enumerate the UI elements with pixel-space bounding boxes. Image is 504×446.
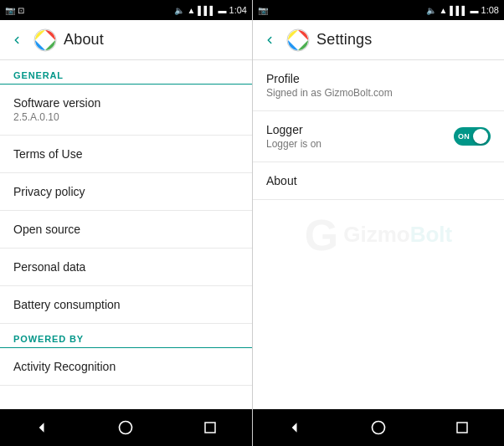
about-content: About bbox=[266, 174, 297, 187]
right-time: 1:08 bbox=[481, 5, 499, 15]
svg-rect-3 bbox=[205, 423, 215, 433]
activity-title: Activity Recognition bbox=[13, 360, 239, 373]
right-nav-bar bbox=[253, 409, 504, 446]
list-item-personaldata[interactable]: Personal data bbox=[0, 249, 252, 286]
status-right-icons: 🔈 ▲ ▌▌▌ ▬ 1:04 bbox=[174, 5, 247, 15]
list-item-software[interactable]: Software version 2.5.A.0.10 bbox=[0, 85, 252, 136]
privacy-title: Privacy policy bbox=[13, 185, 239, 198]
right-home-nav[interactable] bbox=[363, 413, 393, 443]
section-general: GENERAL bbox=[0, 60, 252, 85]
watermark: G GizmoBolt bbox=[305, 210, 452, 260]
watermark-g: G bbox=[305, 210, 338, 260]
opensource-title: Open source bbox=[13, 223, 239, 236]
left-toolbar: About bbox=[0, 20, 252, 60]
left-time: 1:04 bbox=[229, 5, 247, 15]
software-version-title: Software version bbox=[13, 96, 239, 110]
list-item-privacy[interactable]: Privacy policy bbox=[0, 173, 252, 211]
list-item-activityrecognition[interactable]: Activity Recognition bbox=[0, 348, 252, 386]
right-back-nav[interactable] bbox=[280, 413, 310, 443]
svg-point-4 bbox=[287, 29, 309, 51]
toggle-on-label: ON bbox=[458, 132, 470, 141]
personaldata-title: Personal data bbox=[13, 260, 239, 274]
logger-subtitle: Logger is on bbox=[266, 138, 321, 150]
list-item-terms[interactable]: Terms of Use bbox=[0, 136, 252, 173]
about-title: About bbox=[266, 174, 297, 187]
logger-toggle[interactable]: ON bbox=[454, 127, 491, 146]
right-volume-icon: 🔈 bbox=[426, 6, 436, 15]
list-item-battery[interactable]: Battery consumption bbox=[0, 286, 252, 324]
app-icon bbox=[33, 28, 57, 52]
svg-marker-1 bbox=[39, 423, 44, 433]
right-signal-icon: ▌▌▌ bbox=[450, 6, 467, 15]
right-content: G GizmoBolt Profile Signed in as GizmoBo… bbox=[253, 60, 504, 409]
logger-title: Logger bbox=[266, 123, 321, 136]
right-status-bar: 📷 🔈 ▲ ▌▌▌ ▬ 1:08 bbox=[253, 0, 504, 20]
right-app-icon bbox=[286, 28, 310, 52]
left-recents-nav[interactable] bbox=[195, 413, 225, 443]
battery-title: Battery consumption bbox=[13, 298, 239, 311]
logger-content: Logger Logger is on bbox=[266, 123, 321, 150]
right-toolbar-title: Settings bbox=[316, 31, 372, 49]
right-panel: 📷 🔈 ▲ ▌▌▌ ▬ 1:08 Settings G bbox=[252, 0, 504, 446]
right-status-left: 📷 bbox=[258, 6, 268, 15]
wifi-icon: ▲ bbox=[187, 6, 195, 15]
alarm-icon: ⊡ bbox=[18, 6, 24, 15]
notification-icon: 📷 bbox=[5, 6, 15, 15]
status-left-icons: 📷 ⊡ bbox=[5, 6, 24, 15]
right-toolbar: Settings bbox=[253, 20, 504, 60]
left-back-nav[interactable] bbox=[27, 413, 57, 443]
profile-subtitle: Signed in as GizmoBolt.com bbox=[266, 87, 393, 99]
svg-marker-5 bbox=[292, 423, 297, 433]
left-back-button[interactable] bbox=[7, 30, 27, 50]
right-recents-nav[interactable] bbox=[447, 413, 477, 443]
terms-title: Terms of Use bbox=[13, 147, 239, 161]
right-back-button[interactable] bbox=[260, 30, 280, 50]
left-panel: 📷 ⊡ 🔈 ▲ ▌▌▌ ▬ 1:04 About GENERAL bbox=[0, 0, 252, 446]
profile-content: Profile Signed in as GizmoBolt.com bbox=[266, 72, 393, 99]
profile-title: Profile bbox=[266, 72, 393, 85]
settings-item-about[interactable]: About bbox=[253, 162, 504, 200]
left-content: GENERAL Software version 2.5.A.0.10 Term… bbox=[0, 60, 252, 409]
watermark-text: GizmoBolt bbox=[343, 222, 452, 248]
right-notification-icon: 📷 bbox=[258, 6, 268, 15]
toggle-knob bbox=[473, 129, 488, 144]
settings-item-profile[interactable]: Profile Signed in as GizmoBolt.com bbox=[253, 60, 504, 111]
section-poweredby: POWERED BY bbox=[0, 324, 252, 348]
left-nav-bar bbox=[0, 409, 252, 446]
volume-icon: 🔈 bbox=[174, 6, 184, 15]
list-item-opensource[interactable]: Open source bbox=[0, 211, 252, 249]
signal-icon: ▌▌▌ bbox=[198, 6, 215, 15]
svg-point-0 bbox=[34, 29, 56, 51]
right-wifi-icon: ▲ bbox=[439, 6, 447, 15]
settings-item-logger[interactable]: Logger Logger is on ON bbox=[253, 111, 504, 162]
right-status-right: 🔈 ▲ ▌▌▌ ▬ 1:08 bbox=[426, 5, 499, 15]
software-version-value: 2.5.A.0.10 bbox=[13, 111, 239, 123]
svg-point-6 bbox=[373, 422, 385, 434]
svg-rect-7 bbox=[457, 423, 467, 433]
svg-point-2 bbox=[120, 422, 132, 434]
battery-icon: ▬ bbox=[219, 6, 227, 15]
left-home-nav[interactable] bbox=[111, 413, 141, 443]
right-battery-icon: ▬ bbox=[471, 6, 479, 15]
left-toolbar-title: About bbox=[64, 31, 104, 49]
left-status-bar: 📷 ⊡ 🔈 ▲ ▌▌▌ ▬ 1:04 bbox=[0, 0, 252, 20]
